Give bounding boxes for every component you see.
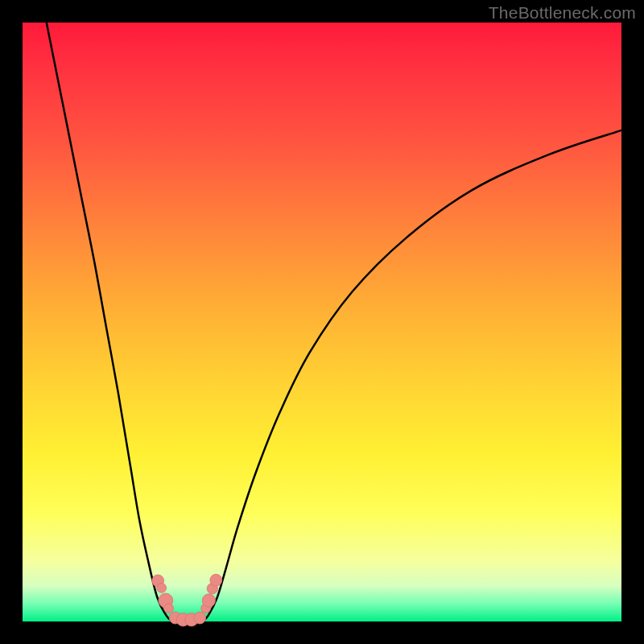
chart-frame: TheBottleneck.com [0, 0, 644, 644]
marker-dot [164, 604, 174, 613]
bottleneck-curve [47, 23, 621, 622]
watermark-text: TheBottleneck.com [489, 3, 636, 23]
marker-dot [202, 594, 215, 607]
curve-layer [23, 23, 621, 621]
plot-area [23, 23, 621, 621]
marker-dot [210, 574, 222, 586]
marker-dot [157, 583, 167, 592]
marker-dot [194, 612, 206, 624]
marker-group [152, 574, 222, 626]
curve-path [47, 23, 621, 622]
